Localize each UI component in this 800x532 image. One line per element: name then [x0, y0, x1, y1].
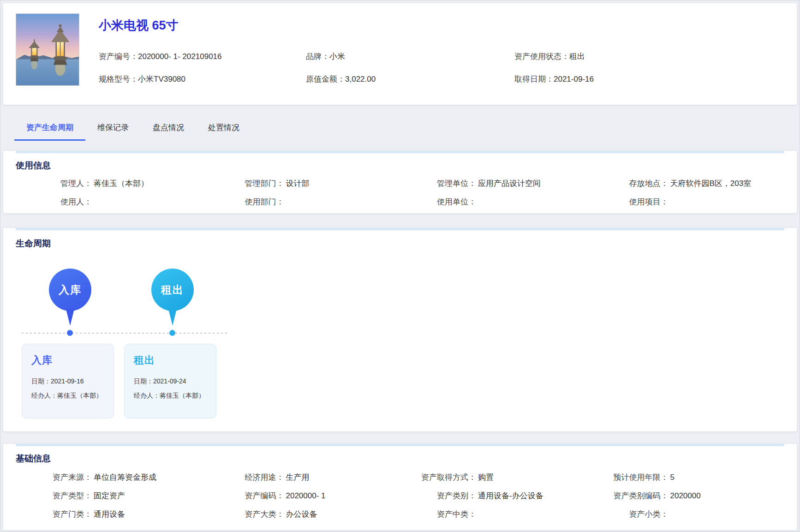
field-category-code: 资产类别编码：2020000 [592, 487, 785, 505]
inbound-operator-value: 蒋佳玉（本部） [57, 392, 102, 399]
timeline-dot-rented [169, 330, 175, 336]
usage-info-grid: 管理人：蒋佳玉（本部） 管理部门：设计部 管理单位：应用产品设计空间 存放地点：… [16, 174, 784, 211]
field-original-value-label: 原值金额： [306, 75, 345, 84]
field-spec-model-value: 小米TV39080 [138, 75, 185, 84]
basic-info-grid: 资产来源：单位自筹资金形成 经济用途：生产用 资产取得方式：购置 预计使用年限：… [16, 468, 784, 524]
field-acquire-method-label: 资产取得方式： [400, 468, 476, 487]
field-asset-code: 资产编码：2020000- 1 [208, 487, 400, 505]
field-economic-use-value: 生产用 [286, 468, 310, 487]
tab-maintenance-records[interactable]: 维保记录 [85, 122, 141, 141]
lifecycle-timeline: 入库 租出 [16, 253, 784, 344]
lifecycle-card-rented-operator: 经办人：蒋佳玉（本部） [134, 392, 207, 400]
lifecycle-card-rented: 租出 日期：2021-09-24 经办人：蒋佳玉（本部） [124, 344, 216, 418]
field-asset-type: 资产类型：固定资产 [16, 487, 208, 505]
field-spec-model-label: 规格型号： [99, 75, 138, 84]
field-asset-no: 资产编号：2020000- 1- 202109016 [99, 51, 306, 62]
field-manage-unit-value: 应用产品设计空间 [478, 174, 541, 193]
usage-info-panel: 使用信息 管理人：蒋佳玉（本部） 管理部门：设计部 管理单位：应用产品设计空间 … [3, 151, 797, 213]
inbound-date-value: 2021-09-16 [51, 377, 84, 385]
detail-tabbar: 资产生命周期 维保记录 盘点情况 处置情况 [0, 105, 800, 141]
field-brand: 品牌：小米 [306, 51, 514, 62]
rented-date-value: 2021-09-24 [153, 377, 186, 385]
field-expected-life-label: 预计使用年限： [592, 468, 669, 487]
field-user: 使用人： [16, 193, 208, 211]
lantern-photo-image [16, 14, 79, 85]
field-asset-middle-class-label: 资产中类： [400, 505, 476, 524]
field-manage-dept-value: 设计部 [286, 174, 310, 193]
field-economic-use: 经济用途：生产用 [208, 468, 400, 487]
lifecycle-card-rented-date: 日期：2021-09-24 [134, 377, 207, 386]
field-manage-dept-label: 管理部门： [208, 174, 284, 193]
field-acquire-date: 取得日期：2021-09-16 [514, 74, 784, 84]
field-asset-category: 资产类别：通用设备-办公设备 [400, 487, 592, 505]
tab-inventory-status[interactable]: 盘点情况 [141, 122, 196, 141]
lifecycle-card-inbound: 入库 日期：2021-09-16 经办人：蒋佳玉（本部） [22, 344, 114, 418]
timeline-track [22, 333, 228, 334]
lifecycle-cards: 入库 日期：2021-09-16 经办人：蒋佳玉（本部） 租出 日期：2021-… [22, 344, 784, 418]
field-asset-source-value: 单位自筹资金形成 [94, 468, 156, 487]
field-usage-status-label: 资产使用状态： [514, 52, 569, 61]
field-use-project-label: 使用项目： [592, 193, 669, 211]
field-original-value: 原值金额：3,022.00 [306, 74, 514, 84]
asset-header-panel: 小米电视 65寸 资产编号：2020000- 1- 202109016 品牌：小… [3, 3, 797, 105]
field-usage-status: 资产使用状态：租出 [514, 51, 784, 62]
field-user-label: 使用人： [16, 193, 92, 211]
inbound-date-label: 日期： [31, 377, 51, 385]
field-asset-minor-class: 资产小类： [592, 505, 785, 524]
field-asset-division-value: 通用设备 [94, 505, 125, 524]
lifecycle-bubble-inbound: 入库 [49, 269, 91, 311]
field-manage-unit: 管理单位：应用产品设计空间 [400, 174, 592, 193]
field-asset-code-label: 资产编码： [208, 487, 284, 505]
field-manage-dept: 管理部门：设计部 [208, 174, 400, 193]
tab-disposal-status[interactable]: 处置情况 [196, 122, 251, 141]
field-brand-value: 小米 [329, 52, 345, 61]
field-asset-division-label: 资产门类： [16, 505, 92, 524]
field-category-code-value: 2020000 [670, 487, 701, 505]
field-asset-minor-class-label: 资产小类： [592, 505, 669, 524]
field-asset-type-value: 固定资产 [94, 487, 125, 505]
field-asset-major-class-value: 办公设备 [286, 505, 317, 524]
usage-info-title: 使用信息 [16, 160, 784, 172]
basic-info-panel: 基础信息 资产来源：单位自筹资金形成 经济用途：生产用 资产取得方式：购置 预计… [3, 444, 797, 530]
field-use-dept-label: 使用部门： [208, 193, 284, 211]
rented-operator-label: 经办人： [134, 392, 160, 399]
asset-summary: 小米电视 65寸 资产编号：2020000- 1- 202109016 品牌：小… [99, 13, 784, 95]
field-asset-code-value: 2020000- 1 [286, 487, 326, 505]
field-use-unit: 使用单位： [400, 193, 592, 211]
field-asset-category-label: 资产类别： [400, 487, 476, 505]
asset-photo[interactable] [16, 13, 79, 86]
field-acquire-method: 资产取得方式：购置 [400, 468, 592, 487]
field-category-code-label: 资产类别编码： [592, 487, 669, 505]
field-storage-location-value: 天府软件园B区，203室 [670, 174, 752, 193]
field-storage-location-label: 存放地点： [592, 174, 669, 193]
lifecycle-card-rented-title: 租出 [134, 353, 207, 367]
asset-title: 小米电视 65寸 [99, 17, 784, 34]
field-acquire-method-value: 购置 [478, 468, 494, 487]
field-asset-major-class-label: 资产大类： [208, 505, 284, 524]
field-economic-use-label: 经济用途： [208, 468, 284, 487]
rented-operator-value: 蒋佳玉（本部） [160, 392, 205, 399]
field-manager-value: 蒋佳玉（本部） [94, 174, 149, 193]
field-asset-division: 资产门类：通用设备 [16, 505, 208, 524]
timeline-dot-inbound [67, 330, 73, 336]
field-expected-life: 预计使用年限：5 [592, 468, 785, 487]
field-acquire-date-label: 取得日期： [514, 75, 554, 84]
lifecycle-panel: 生命周期 入库 租出 入库 日期：2021-09-16 经办人：蒋佳玉（本部） … [3, 228, 797, 431]
tab-asset-lifecycle[interactable]: 资产生命周期 [14, 122, 85, 141]
lifecycle-card-inbound-title: 入库 [31, 353, 104, 367]
field-asset-major-class: 资产大类：办公设备 [208, 505, 400, 524]
field-use-project: 使用项目： [592, 193, 785, 211]
field-asset-no-value: 2020000- 1- 202109016 [138, 52, 222, 61]
field-usage-status-value: 租出 [569, 52, 585, 61]
lifecycle-bubble-rented: 租出 [151, 269, 194, 311]
basic-info-title: 基础信息 [16, 453, 784, 465]
field-storage-location: 存放地点：天府软件园B区，203室 [592, 174, 785, 193]
field-use-unit-label: 使用单位： [400, 193, 476, 211]
field-asset-no-label: 资产编号： [99, 52, 138, 61]
field-manage-unit-label: 管理单位： [400, 174, 476, 193]
lifecycle-card-inbound-operator: 经办人：蒋佳玉（本部） [31, 392, 104, 400]
inbound-operator-label: 经办人： [31, 392, 57, 399]
field-expected-life-value: 5 [670, 468, 675, 487]
rented-date-label: 日期： [134, 377, 153, 385]
lifecycle-title: 生命周期 [16, 238, 784, 250]
